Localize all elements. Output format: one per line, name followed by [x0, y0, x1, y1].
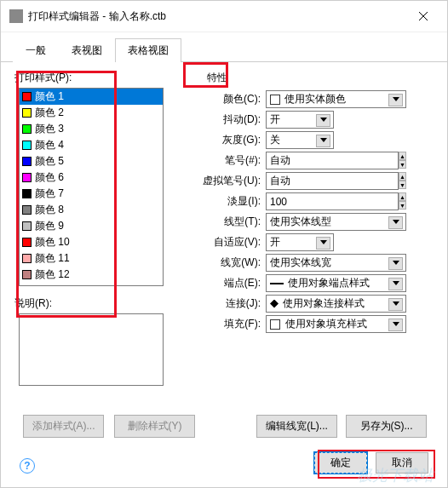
- endcap-combo[interactable]: 使用对象端点样式: [266, 274, 406, 292]
- fade-label: 淡显(I):: [193, 194, 266, 209]
- properties-title: 特性: [207, 71, 434, 85]
- endcap-label: 端点(E):: [193, 276, 266, 290]
- tab-tableview[interactable]: 表格视图: [115, 38, 181, 62]
- delete-style-button[interactable]: 删除样式(Y): [114, 415, 195, 438]
- dither-label: 抖动(D):: [193, 112, 266, 127]
- vpen-label: 虚拟笔号(U):: [193, 174, 266, 188]
- color-label: 颜色(C):: [193, 92, 266, 106]
- fill-combo[interactable]: 使用对象填充样式: [266, 315, 406, 333]
- help-icon[interactable]: ?: [20, 458, 35, 474]
- list-item-label: 颜色 9: [35, 219, 64, 233]
- list-item-label: 颜色 8: [35, 203, 64, 217]
- print-styles-listbox[interactable]: 颜色 1颜色 2颜色 3颜色 4颜色 5颜色 6颜色 7颜色 8颜色 9颜色 1…: [19, 88, 164, 286]
- list-item-label: 颜色 4: [35, 138, 64, 152]
- fade-up[interactable]: ▲: [399, 192, 406, 201]
- vpen-down[interactable]: ▼: [399, 181, 406, 189]
- color-swatch-icon: [22, 124, 32, 134]
- adapt-combo[interactable]: 开: [266, 233, 334, 251]
- close-button[interactable]: [408, 6, 439, 26]
- join-label: 连接(J):: [193, 296, 266, 311]
- description-textarea[interactable]: [19, 313, 164, 386]
- color-swatch-icon: [22, 254, 32, 263]
- edit-lineweight-button[interactable]: 编辑线宽(L)...: [256, 415, 337, 438]
- list-item-label: 颜色 7: [35, 187, 64, 201]
- list-item[interactable]: 颜色 8: [20, 202, 163, 218]
- color-swatch-icon: [22, 189, 32, 198]
- pen-input[interactable]: [266, 152, 399, 169]
- color-swatch-icon: [22, 205, 32, 215]
- list-item[interactable]: 颜色 2: [20, 105, 163, 121]
- description-label: 说明(R):: [14, 296, 168, 311]
- fill-label: 填充(F):: [193, 317, 266, 331]
- print-styles-label: 打印样式(P):: [14, 71, 168, 85]
- tabs: 一般 表视图 表格视图: [1, 37, 447, 62]
- list-item[interactable]: 颜色 5: [20, 153, 163, 169]
- fade-down[interactable]: ▼: [399, 201, 406, 210]
- list-item-label: 颜色 2: [35, 106, 64, 120]
- list-item-label: 颜色 12: [35, 267, 70, 282]
- join-combo[interactable]: 使用对象连接样式: [266, 295, 406, 313]
- list-item-label: 颜色 11: [35, 251, 70, 266]
- color-swatch-icon: [22, 173, 32, 182]
- pen-label: 笔号(#):: [193, 153, 266, 168]
- gray-label: 灰度(G):: [193, 133, 266, 147]
- list-item[interactable]: 颜色 12: [20, 267, 163, 283]
- color-swatch-icon: [22, 270, 32, 279]
- ok-button[interactable]: 确定: [314, 452, 367, 474]
- list-item[interactable]: 颜色 4: [20, 137, 163, 153]
- adapt-label: 自适应(V):: [193, 235, 266, 250]
- ltype-combo[interactable]: 使用实体线型: [266, 213, 406, 231]
- tab-formview[interactable]: 表视图: [59, 38, 115, 62]
- list-item[interactable]: 颜色 9: [20, 218, 163, 234]
- color-swatch-icon: [22, 141, 32, 150]
- vpen-up[interactable]: ▲: [399, 172, 406, 181]
- fade-input[interactable]: [266, 192, 399, 210]
- list-item[interactable]: 颜色 11: [20, 250, 163, 267]
- lweight-label: 线宽(W):: [193, 255, 266, 270]
- color-swatch-icon: [22, 108, 32, 118]
- list-item[interactable]: 颜色 7: [20, 186, 163, 202]
- list-item-label: 颜色 6: [35, 170, 64, 185]
- list-item-label: 颜色 13: [35, 284, 70, 286]
- list-item[interactable]: 颜色 1: [20, 89, 163, 105]
- pen-up[interactable]: ▲: [399, 152, 406, 160]
- window-title: 打印样式编辑器 - 输入名称.ctb: [28, 9, 166, 24]
- gray-combo[interactable]: 关: [266, 131, 334, 149]
- tab-general[interactable]: 一般: [13, 38, 59, 62]
- color-swatch-icon: [22, 221, 32, 231]
- cancel-button[interactable]: 取消: [376, 452, 428, 474]
- lweight-combo[interactable]: 使用实体线宽: [266, 254, 406, 272]
- list-item[interactable]: 颜色 13: [20, 283, 163, 286]
- add-style-button[interactable]: 添加样式(A)...: [23, 415, 104, 438]
- list-item-label: 颜色 5: [35, 154, 64, 169]
- list-item[interactable]: 颜色 3: [20, 121, 163, 137]
- app-icon: [9, 9, 23, 23]
- color-swatch-icon: [22, 92, 32, 101]
- save-as-button[interactable]: 另存为(S)...: [346, 415, 427, 438]
- list-item-label: 颜色 10: [35, 235, 70, 250]
- vpen-input[interactable]: [266, 172, 399, 190]
- list-item-label: 颜色 1: [35, 89, 64, 104]
- ltype-label: 线型(T):: [193, 215, 266, 229]
- list-item[interactable]: 颜色 6: [20, 169, 163, 186]
- pen-down[interactable]: ▼: [399, 160, 406, 169]
- color-combo[interactable]: 使用实体颜色: [266, 90, 406, 108]
- color-swatch-icon: [22, 157, 32, 166]
- list-item[interactable]: 颜色 10: [20, 234, 163, 250]
- list-item-label: 颜色 3: [35, 122, 64, 136]
- color-swatch-icon: [22, 238, 32, 247]
- dither-combo[interactable]: 开: [266, 111, 334, 129]
